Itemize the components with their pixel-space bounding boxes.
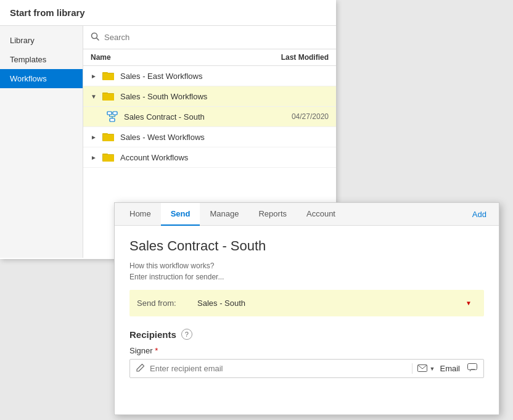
svg-rect-10 [113, 112, 117, 115]
col-name-header: Name [91, 53, 111, 62]
help-icon[interactable]: ? [181, 329, 192, 340]
send-from-value: Sales - South [197, 299, 245, 308]
recipients-title: Recipients [129, 329, 176, 340]
instruction-line2: Enter instruction for sender... [129, 273, 484, 281]
email-input-row: ▼ Email [129, 359, 484, 378]
tab-send[interactable]: Send [161, 203, 200, 226]
recipients-section: Recipients ? Signer * [129, 329, 484, 378]
send-from-select[interactable]: Sales - South ▼ [192, 296, 477, 310]
tab-reports[interactable]: Reports [248, 203, 297, 226]
folder-icon [102, 91, 115, 102]
list-item[interactable]: ► Sales - East Workflows [83, 66, 336, 86]
expand-arrow-icon: ► [91, 73, 99, 80]
file-name: Sales - South Workflows [120, 92, 329, 101]
expand-arrow-icon: ► [91, 134, 99, 141]
search-input[interactable] [104, 33, 329, 42]
tab-manage[interactable]: Manage [200, 203, 248, 226]
workflow-icon [105, 111, 119, 122]
panel-title: Start from library [0, 0, 336, 26]
send-from-row: Send from: Sales - South ▼ [129, 290, 484, 316]
recipients-header: Recipients ? [129, 329, 484, 340]
list-item[interactable]: Sales Contract - South 04/27/2020 [83, 107, 336, 127]
folder-icon [102, 70, 115, 81]
col-modified-header: Last Modified [281, 53, 329, 62]
list-item[interactable]: ► Sales - West Workflows [83, 127, 336, 147]
folder-icon [102, 131, 115, 142]
email-label: Email [440, 364, 460, 373]
file-name: Sales - West Workflows [120, 133, 329, 142]
file-name: Sales - East Workflows [120, 72, 329, 81]
tab-add-button[interactable]: Add [465, 204, 494, 225]
expand-arrow-icon: ▼ [91, 93, 99, 100]
workflow-title: Sales Contract - South [129, 238, 484, 254]
sidebar-item-library[interactable]: Library [0, 31, 83, 50]
email-icon [417, 364, 427, 374]
dropdown-arrow-icon: ▼ [466, 300, 472, 307]
svg-rect-8 [103, 94, 114, 101]
send-from-label: Send from: [137, 299, 192, 308]
tab-account[interactable]: Account [297, 203, 345, 226]
list-item[interactable]: ▼ Sales - South Workflows [83, 86, 336, 107]
detail-content: Sales Contract - South How this workflow… [115, 226, 499, 390]
svg-line-1 [97, 38, 99, 41]
search-bar [83, 26, 336, 49]
detail-panel: Home Send Manage Reports Account Add Sal… [114, 202, 499, 415]
pen-icon [136, 363, 145, 374]
required-star: * [153, 346, 158, 355]
email-dropdown-arrow-icon[interactable]: ▼ [430, 366, 435, 372]
svg-rect-9 [107, 112, 112, 115]
svg-rect-23 [468, 364, 477, 370]
svg-rect-5 [103, 73, 114, 80]
file-date: 04/27/2020 [292, 112, 329, 121]
list-item[interactable]: ► Account Workflows [83, 147, 336, 168]
file-name: Account Workflows [120, 153, 329, 162]
search-icon [91, 32, 99, 43]
tab-home[interactable]: Home [120, 203, 161, 226]
sidebar-item-workflows[interactable]: Workflows [0, 69, 83, 88]
email-input[interactable] [150, 364, 407, 373]
expand-arrow-icon: ► [91, 154, 99, 161]
table-header: Name Last Modified [83, 49, 336, 66]
instruction-line1: How this workflow works? [129, 261, 484, 270]
signer-label: Signer * [129, 346, 484, 355]
chat-icon[interactable] [467, 363, 477, 374]
svg-rect-21 [103, 155, 114, 162]
svg-rect-11 [110, 118, 115, 121]
tab-bar: Home Send Manage Reports Account Add [115, 203, 499, 226]
file-name: Sales Contract - South [124, 112, 292, 121]
sidebar: Library Templates Workflows [0, 26, 83, 258]
svg-rect-18 [103, 134, 114, 141]
sidebar-item-templates[interactable]: Templates [0, 50, 83, 69]
folder-icon [102, 152, 115, 163]
email-type-selector: ▼ Email [412, 363, 477, 374]
